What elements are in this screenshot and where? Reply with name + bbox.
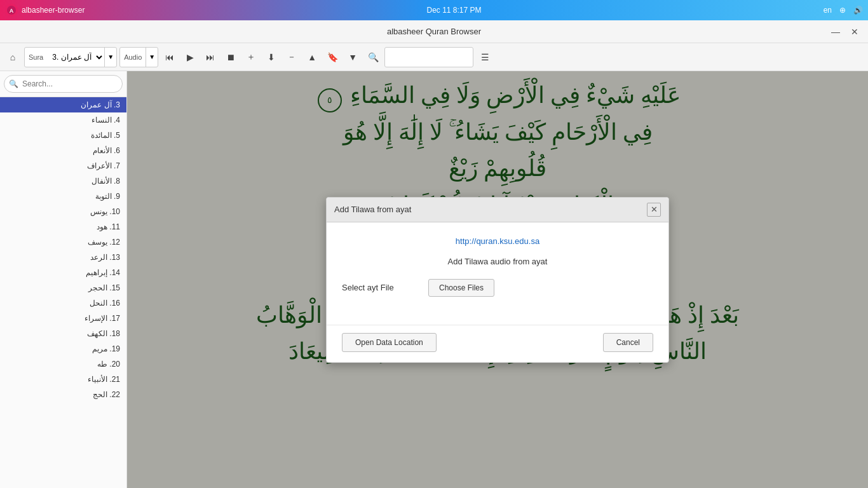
audio-label: Audio (120, 53, 146, 61)
dialog-close-button[interactable]: ✕ (647, 203, 661, 217)
minimize-button[interactable]: — (827, 24, 844, 40)
dialog-body: http://quran.ksu.edu.sa Add Tilawa audio… (327, 222, 668, 320)
stop-button[interactable]: ⏹ (222, 47, 240, 67)
sidebar-item[interactable]: 13. الرعد (0, 250, 126, 265)
sura-select[interactable]: 3. آل عمران (47, 48, 104, 67)
sura-selector[interactable]: Sura 3. آل عمران ▼ (24, 47, 117, 67)
sidebar-item[interactable]: 17. الإسراء (0, 311, 126, 326)
sura-dropdown-arrow[interactable]: ▼ (104, 48, 116, 67)
cancel-button[interactable]: Cancel (603, 333, 653, 352)
sidebar-item[interactable]: 6. الأنعام (0, 143, 126, 158)
sidebar-search-input[interactable] (4, 75, 123, 93)
sidebar-item[interactable]: 15. الحجر (0, 280, 126, 295)
audio-selector[interactable]: Audio ▼ (119, 47, 158, 67)
content-area: عَلَيْهِ شَيْءٌ فِي الْأَرْضِ وَلَا فِي … (127, 71, 868, 488)
choose-files-button[interactable]: Choose Files (428, 279, 494, 297)
sidebar-item[interactable]: 12. يوسف (0, 234, 126, 250)
search-icon-btn[interactable]: 🔍 (364, 47, 382, 67)
toolbar: ⌂ Sura 3. آل عمران ▼ Audio ▼ ⏮ ▶ ⏭ ⏹ ＋ ⬇… (0, 43, 868, 71)
download-button[interactable]: ⬇ (262, 47, 280, 67)
sidebar-item[interactable]: 21. الأنبياء (0, 372, 126, 387)
file-label: Select ayt File (342, 283, 418, 292)
sidebar-item[interactable]: 16. النحل (0, 295, 126, 311)
sidebar-search-area: 🔍 (0, 71, 126, 97)
app-name: albasheer-browser (22, 6, 85, 15)
plus-button[interactable]: ＋ (242, 47, 260, 67)
svg-text:A: A (10, 8, 14, 14)
sura-label: Sura (25, 53, 47, 61)
menu-button[interactable]: ☰ (476, 47, 494, 67)
sidebar-item[interactable]: 7. الأعراف (0, 158, 126, 173)
dialog-overlay: Add Tilawa from ayat ✕ http://quran.ksu.… (127, 71, 868, 488)
sidebar-items-list: 3. آل عمران4. النساء5. المائدة6. الأنعام… (0, 97, 126, 402)
up-button[interactable]: ▲ (303, 47, 321, 67)
search-icon: 🔍 (9, 79, 18, 88)
sidebar-item[interactable]: 14. إبراهيم (0, 265, 126, 280)
main-layout: 🔍 3. آل عمران4. النساء5. المائدة6. الأنع… (0, 71, 868, 488)
dialog-description: Add Tilawa audio from ayat (342, 257, 653, 266)
forward-button[interactable]: ⏭ (201, 47, 219, 67)
sidebar-item[interactable]: 5. المائدة (0, 128, 126, 143)
dialog-link-area: http://quran.ksu.edu.sa (342, 235, 653, 247)
play-button[interactable]: ▶ (181, 47, 199, 67)
dialog-title-bar: Add Tilawa from ayat ✕ (327, 198, 668, 222)
close-button[interactable]: ✕ (846, 24, 863, 40)
window-title: albasheer Quran Browser (387, 27, 481, 36)
volume-icon: 🔊 (853, 6, 863, 15)
rewind-button[interactable]: ⏮ (161, 47, 179, 67)
add-tilawa-dialog: Add Tilawa from ayat ✕ http://quran.ksu.… (326, 197, 669, 363)
sidebar: 🔍 3. آل عمران4. النساء5. المائدة6. الأنع… (0, 71, 127, 488)
window-title-bar: albasheer Quran Browser — ✕ (0, 20, 868, 43)
ksu-link[interactable]: http://quran.ksu.edu.sa (456, 236, 539, 246)
dialog-title: Add Tilawa from ayat (334, 205, 411, 214)
audio-dropdown-arrow[interactable]: ▼ (146, 48, 158, 67)
sidebar-item[interactable]: 3. آل عمران (0, 97, 126, 112)
search-input[interactable] (384, 47, 473, 67)
datetime: Dec 11 8:17 PM (426, 6, 481, 15)
file-selection-row: Select ayt File Choose Files (342, 279, 653, 297)
minus-button[interactable]: － (283, 47, 301, 67)
sidebar-item[interactable]: 19. مريم (0, 341, 126, 356)
title-bar: A albasheer-browser Dec 11 8:17 PM en ⊕ … (0, 0, 868, 20)
title-bar-right: en ⊕ 🔊 (824, 6, 863, 15)
network-icon: ⊕ (839, 6, 846, 15)
language-indicator: en (824, 6, 832, 15)
sidebar-item[interactable]: 20. طه (0, 356, 126, 372)
sidebar-item[interactable]: 8. الأنفال (0, 173, 126, 189)
search-wrapper: 🔍 (4, 75, 123, 93)
sidebar-item[interactable]: 18. الكهف (0, 326, 126, 341)
down-button[interactable]: ▼ (344, 47, 362, 67)
sidebar-item[interactable]: 22. الحج (0, 387, 126, 402)
open-data-location-button[interactable]: Open Data Location (342, 333, 437, 352)
home-button[interactable]: ⌂ (4, 47, 22, 67)
sidebar-item[interactable]: 4. النساء (0, 112, 126, 128)
title-bar-left: A albasheer-browser (5, 4, 85, 17)
window-controls: — ✕ (827, 24, 863, 40)
dialog-footer: Open Data Location Cancel (327, 325, 668, 362)
bookmark-button[interactable]: 🔖 (323, 47, 341, 67)
app-logo: A (5, 4, 18, 17)
sidebar-item[interactable]: 9. التوبة (0, 189, 126, 204)
sidebar-item[interactable]: 10. يونس (0, 204, 126, 219)
sidebar-item[interactable]: 11. هود (0, 219, 126, 234)
